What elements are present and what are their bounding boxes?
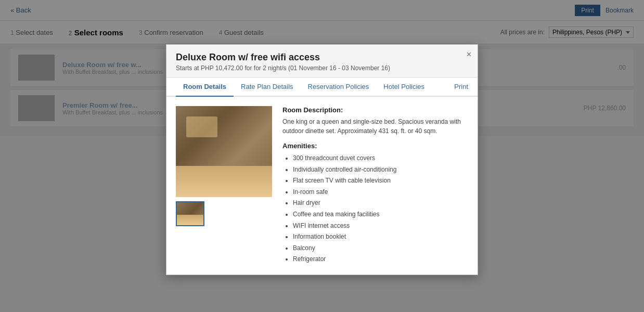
modal-text-content: Room Description: One king or a queen an… [282,106,468,265]
amenity-item: Refrigerator [293,254,468,265]
amenities-heading: Amenities: [282,142,468,150]
modal-overlay: Deluxe Room w/ free wifi access Starts a… [0,0,644,312]
amenity-item: 300 threadcount duvet covers [293,153,468,164]
amenity-item: Individually controlled air-conditioning [293,164,468,176]
tab-hotel-policies[interactable]: Hotel Policies [376,77,432,97]
modal-title: Deluxe Room w/ free wifi access [176,52,468,63]
amenities-list: 300 threadcount duvet coversIndividually… [282,153,468,265]
amenity-item: Balcony [293,243,468,254]
tab-rate-plan[interactable]: Rate Plan Details [234,77,300,97]
modal-header: Deluxe Room w/ free wifi access Starts a… [166,45,478,77]
amenity-item: Flat screen TV with cable television [293,175,468,187]
modal-close-button[interactable]: × [467,50,471,59]
modal-body: Room Description: One king or a queen an… [166,97,478,275]
room-description-text: One king or a queen and single-size bed.… [282,117,468,136]
amenity-item: In-room safe [293,187,468,198]
tab-print-link[interactable]: Print [454,83,468,90]
amenity-item: WIFI internet access [293,220,468,232]
room-thumb-image[interactable] [176,201,204,226]
modal-images [176,106,272,265]
room-description-heading: Room Description: [282,106,468,114]
tab-room-details[interactable]: Room Details [176,77,234,97]
amenity-item: Information booklet [293,231,468,243]
amenity-item: Hair dryer [293,198,468,209]
modal-subtitle: Starts at PHP 10,472.00 for for 2 night/… [176,64,468,72]
modal-tabs: Room Details Rate Plan Details Reservati… [166,77,478,97]
room-detail-modal: Deluxe Room w/ free wifi access Starts a… [166,44,478,275]
tab-reservation-policies[interactable]: Reservation Policies [301,77,377,97]
room-main-image [176,106,272,197]
amenity-item: Coffee and tea making facilities [293,209,468,220]
